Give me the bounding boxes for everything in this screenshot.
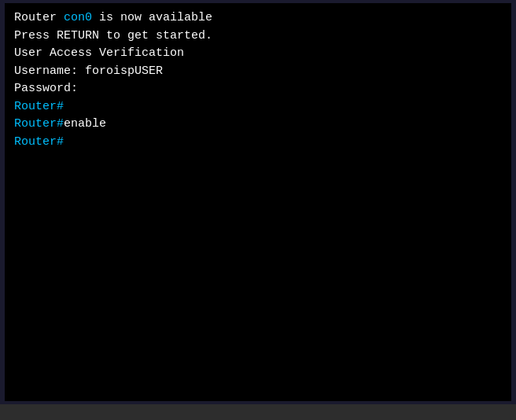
terminal-window[interactable]: Router con0 is now availablePress RETURN… bbox=[5, 3, 511, 401]
terminal-line: User Access Verification bbox=[14, 45, 502, 63]
terminal-text: is now available bbox=[92, 11, 212, 24]
terminal-text: Router bbox=[14, 11, 64, 24]
terminal-line: Press RETURN to get started. bbox=[14, 28, 502, 46]
terminal-text: Press RETURN to get started. bbox=[14, 29, 212, 42]
terminal-text: con0 bbox=[64, 11, 92, 24]
terminal-text: Router# bbox=[14, 135, 64, 149]
terminal-line: Username: foroispUSER bbox=[14, 63, 502, 81]
terminal-text: User Access Verification bbox=[14, 46, 184, 60]
terminal-line: Password: bbox=[14, 80, 502, 98]
terminal-text: Router# bbox=[14, 100, 64, 113]
terminal-line: Router# bbox=[14, 134, 502, 152]
terminal-text: Username: foroispUSER bbox=[14, 64, 163, 78]
terminal-line: Router#enable bbox=[14, 116, 502, 134]
terminal-line: Router con0 is now available bbox=[14, 9, 502, 28]
status-bar bbox=[0, 404, 516, 420]
terminal-text: Password: bbox=[14, 82, 78, 95]
terminal-line: Router# bbox=[14, 98, 502, 116]
terminal-text: enable bbox=[64, 117, 106, 131]
terminal-text: Router# bbox=[14, 117, 64, 131]
